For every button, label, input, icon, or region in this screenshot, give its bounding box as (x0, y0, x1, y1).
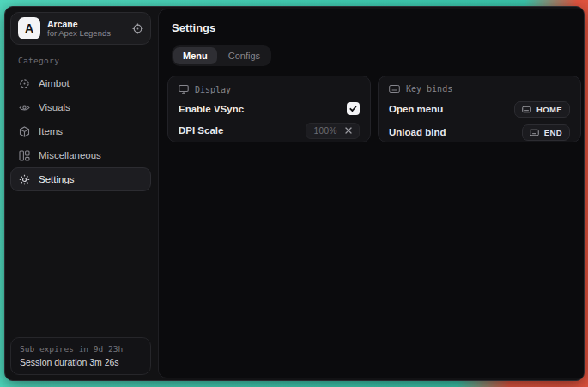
clear-icon[interactable] (345, 127, 352, 134)
sub-expires-text: Sub expires in 9d 23h (20, 344, 142, 354)
app-title: Arcane (47, 19, 125, 29)
sidebar-nav: Aimbot Visuals (10, 71, 151, 191)
unload-bind-button[interactable]: END (522, 124, 570, 141)
sidebar-item-label: Aimbot (39, 78, 70, 88)
dpi-scale-input[interactable]: 100% (306, 123, 360, 139)
sidebar-item-visuals[interactable]: Visuals (10, 95, 151, 119)
sidebar-item-miscellaneous[interactable]: Miscellaneous (10, 143, 151, 167)
vsync-row: Enable VSync (179, 102, 360, 115)
dpi-label: DPI Scale (179, 125, 223, 136)
keybinds-card: Key binds Open menu HOME (378, 76, 581, 142)
keyboard-icon (522, 106, 531, 113)
open-menu-label: Open menu (389, 104, 443, 114)
gear-icon (19, 174, 30, 185)
vsync-label: Enable VSync (179, 104, 244, 114)
dashboard-icon (19, 150, 30, 161)
target-icon[interactable] (132, 23, 143, 34)
unload-bind-row: Unload bind END (389, 124, 570, 140)
unload-bind-label: Unload bind (389, 127, 446, 137)
app-meta: Arcane for Apex Legends (47, 19, 125, 39)
page-title: Settings (172, 21, 581, 34)
keybinds-card-title: Key binds (406, 84, 452, 94)
sidebar-item-label: Visuals (39, 102, 70, 112)
sidebar-item-aimbot[interactable]: Aimbot (10, 71, 151, 95)
app-header-card: A Arcane for Apex Legends (10, 12, 151, 45)
vsync-checkbox[interactable] (347, 102, 360, 115)
sidebar-item-label: Settings (39, 174, 75, 184)
monitor-icon (179, 84, 189, 94)
keybinds-card-header: Key binds (389, 84, 570, 94)
subscription-info-box: Sub expires in 9d 23h Session duration 3… (10, 337, 151, 375)
tab-bar: Menu Configs (172, 45, 271, 66)
settings-cards: Display Enable VSync DPI Scale 100% (167, 76, 581, 142)
open-menu-bind-button[interactable]: HOME (514, 101, 570, 118)
keyboard-icon (389, 84, 400, 94)
package-icon (19, 126, 30, 137)
display-card-header: Display (179, 84, 360, 94)
sidebar-item-label: Miscellaneous (39, 150, 101, 160)
open-menu-row: Open menu HOME (389, 101, 570, 117)
tab-menu[interactable]: Menu (173, 47, 217, 64)
bind-key-label: END (544, 128, 562, 137)
sidebar: A Arcane for Apex Legends Category (5, 7, 156, 380)
dpi-value: 100% (313, 126, 337, 136)
sidebar-item-items[interactable]: Items (10, 119, 151, 143)
session-duration-text: Session duration 3m 26s (20, 357, 142, 367)
sidebar-item-settings[interactable]: Settings (10, 167, 151, 191)
crosshair-icon (19, 78, 30, 89)
sidebar-item-label: Items (39, 126, 63, 136)
dpi-row: DPI Scale 100% (179, 123, 360, 138)
display-card-title: Display (195, 85, 231, 94)
app-window: A Arcane for Apex Legends Category (4, 6, 585, 381)
main-panel: Settings Menu Configs Display (158, 9, 585, 378)
tab-configs[interactable]: Configs (219, 47, 270, 64)
check-icon (349, 105, 357, 112)
display-card: Display Enable VSync DPI Scale 100% (167, 76, 371, 142)
bind-key-label: HOME (536, 105, 562, 114)
app-subtitle: for Apex Legends (47, 29, 125, 39)
eye-icon (19, 102, 30, 113)
app-logo: A (18, 17, 40, 39)
category-label: Category (18, 56, 143, 65)
keyboard-icon (530, 129, 539, 136)
